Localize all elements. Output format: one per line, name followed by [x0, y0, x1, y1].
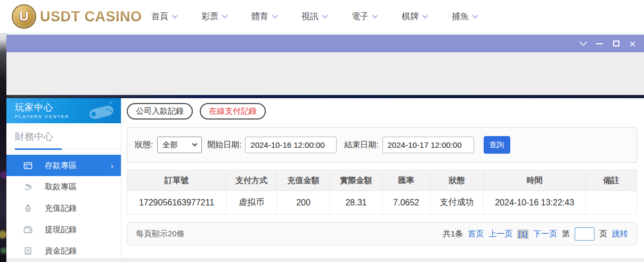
chevron-down-icon [579, 41, 588, 46]
maximize-icon [613, 41, 619, 46]
nav-item-lottery[interactable]: 彩票 [201, 11, 227, 22]
cell-remark [586, 191, 637, 215]
jump-prefix-text: 第 [562, 229, 570, 239]
page-size-text: 每頁顯示20條 [136, 229, 185, 239]
cell-order-no: 1729056163977211 [127, 191, 226, 215]
sidebar-item-recharge-records[interactable]: 充值記錄 [6, 197, 121, 219]
chevron-down-icon [422, 12, 428, 18]
sidebar-item-label: 提現記錄 [45, 225, 77, 235]
sidebar: 玩家中心 PLAYERS CENTER [6, 98, 121, 258]
withdraw-hand-icon [22, 181, 33, 192]
window-titlebar[interactable]: × [6, 35, 644, 52]
logo-text: USDT CASINO [40, 9, 142, 25]
close-icon: × [629, 38, 635, 49]
nav-item-home[interactable]: 首頁 [151, 11, 177, 22]
status-select[interactable]: 全部 [157, 137, 202, 153]
tab-online-payment-records[interactable]: 在線支付記錄 [200, 103, 266, 120]
collapse-button[interactable] [575, 35, 591, 52]
chevron-down-icon [322, 12, 328, 18]
sidebar-menu: 存款專區 › 取款專區 [6, 155, 121, 261]
maximize-button[interactable] [608, 35, 624, 52]
nav-item-boardgames[interactable]: 棋牌 [402, 11, 427, 22]
start-date-input[interactable] [245, 137, 337, 153]
start-date-label: 開始日期: [207, 140, 241, 150]
prev-page-link[interactable]: 上一页 [488, 229, 512, 239]
total-count-text: 共1条 [443, 229, 463, 239]
sidebar-item-funds-records[interactable]: 資金記錄 [6, 240, 121, 261]
logo[interactable]: U USDT CASINO [12, 4, 142, 29]
column-header-recharge-amount: 充值金額 [277, 170, 330, 191]
cell-actual-amount: 28.31 [330, 191, 382, 215]
chevron-down-icon [372, 12, 378, 18]
column-header-exchange-rate: 匯率 [382, 170, 430, 191]
player-center-window: × 玩家中心 PLAYERS CENTER [6, 35, 644, 262]
screen: U USDT CASINO 首頁 彩票 體育 視訊 電子 [0, 0, 644, 262]
record-tabs: 公司入款記錄 在線支付記錄 [127, 103, 637, 120]
moneybag-icon [22, 203, 33, 213]
end-date-input[interactable] [382, 137, 474, 153]
sidebar-item-label: 取款專區 [45, 182, 77, 192]
chevron-down-icon [192, 141, 198, 147]
chevron-down-icon [172, 12, 177, 18]
column-header-payment-method: 支付方式 [226, 170, 277, 191]
next-page-link[interactable]: 下一页 [533, 229, 557, 239]
modal-content: 玩家中心 PLAYERS CENTER [6, 98, 644, 258]
jump-action-link[interactable]: 跳转 [612, 229, 628, 239]
funds-receipt-icon [22, 245, 33, 256]
minimize-button[interactable] [591, 35, 608, 52]
status-select-value: 全部 [162, 140, 177, 150]
column-header-order-no: 訂單號 [127, 170, 226, 191]
cell-status: 支付成功 [430, 191, 484, 215]
cell-time: 2024-10-16 13:22:43 [484, 191, 586, 215]
column-header-time: 時間 [484, 170, 586, 191]
site-background-strip [0, 33, 6, 262]
players-center-banner: 玩家中心 PLAYERS CENTER [6, 98, 121, 123]
end-date-label: 結束日期: [344, 140, 378, 150]
chevron-down-icon [272, 12, 278, 18]
column-header-actual-amount: 實際金額 [330, 170, 382, 191]
chevron-right-icon: › [111, 161, 113, 170]
close-button[interactable]: × [624, 35, 641, 52]
nav-item-video[interactable]: 視訊 [301, 11, 327, 22]
tab-company-deposit-records[interactable]: 公司入款記錄 [127, 103, 193, 120]
main-nav: 首頁 彩票 體育 視訊 電子 棋牌 [151, 0, 477, 33]
search-button[interactable]: 查詢 [484, 136, 510, 154]
minimize-icon [596, 43, 603, 44]
column-header-status: 狀態 [430, 170, 484, 191]
site-header: U USDT CASINO 首頁 彩票 體育 視訊 電子 [0, 0, 644, 33]
pagination-controls: 共1条 首页 上一页 [1] 下一页 第 页 跳转 [443, 227, 628, 241]
cell-payment-method: 虚拟币 [226, 191, 277, 215]
nav-item-slots[interactable]: 電子 [352, 11, 377, 22]
column-header-remark: 備註 [586, 170, 637, 191]
main-content: 公司入款記錄 在線支付記錄 狀態: 全部 開始日期: 結束日期: 查詢 [121, 98, 644, 258]
filter-panel: 狀態: 全部 開始日期: 結束日期: 查詢 [127, 127, 637, 163]
finance-center-label: 財務中心 [6, 123, 121, 149]
status-label: 狀態: [135, 140, 153, 150]
jump-page-input[interactable] [575, 227, 594, 241]
first-page-link[interactable]: 首页 [468, 229, 484, 239]
coin-logo-icon: U [12, 4, 36, 29]
cell-recharge-amount: 200 [277, 191, 330, 215]
sidebar-item-withdrawal-records[interactable]: 提現記錄 [6, 219, 121, 240]
deposit-card-icon [22, 160, 33, 171]
nav-item-sports[interactable]: 體育 [251, 11, 277, 22]
sidebar-item-label: 存款專區 [45, 161, 77, 171]
sidebar-item-label: 充值記錄 [45, 203, 77, 213]
coin-letter: U [19, 9, 28, 24]
records-table: 訂單號 支付方式 充值金額 實際金額 匯率 狀態 時間 備註 172905616 [127, 170, 637, 215]
gamepad-icon [86, 101, 117, 122]
sidebar-item-label: 資金記錄 [45, 246, 77, 256]
sidebar-item-deposit[interactable]: 存款專區 › [6, 155, 121, 176]
sidebar-item-withdraw[interactable]: 取款專區 [6, 176, 121, 197]
cell-exchange-rate: 7.0652 [382, 191, 430, 215]
current-page-indicator[interactable]: [1] [517, 229, 528, 239]
table-row: 1729056163977211 虚拟币 200 28.31 7.0652 支付… [127, 191, 637, 215]
wallet-icon [22, 224, 33, 235]
modal-empty-area [6, 52, 644, 95]
nav-item-fishing[interactable]: 捕魚 [452, 11, 477, 22]
chevron-down-icon [222, 12, 227, 18]
table-header-row: 訂單號 支付方式 充值金額 實際金額 匯率 狀態 時間 備註 [127, 170, 637, 191]
jump-suffix-text: 页 [599, 229, 607, 239]
pagination-bar: 每頁顯示20條 共1条 首页 上一页 [1] 下一页 第 页 跳转 [127, 222, 637, 245]
chevron-down-icon [472, 12, 478, 18]
